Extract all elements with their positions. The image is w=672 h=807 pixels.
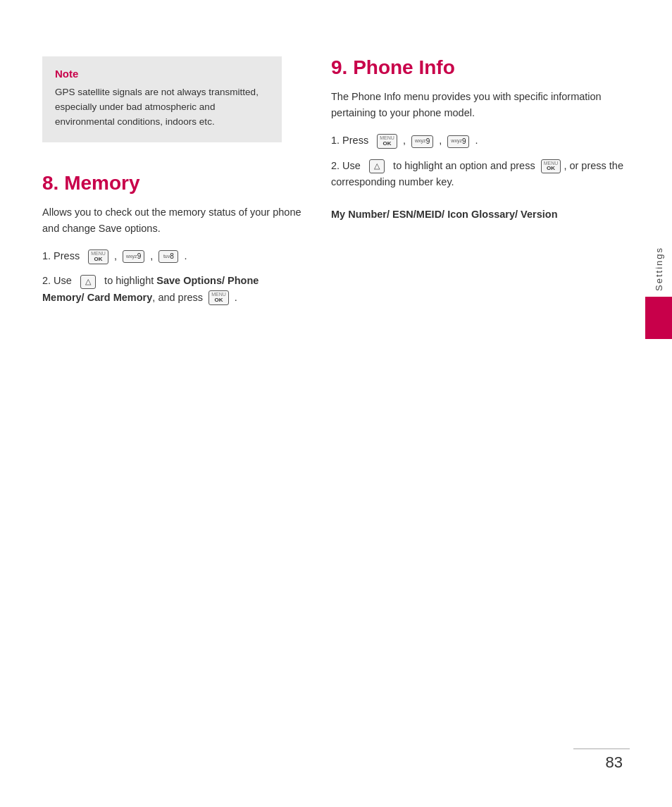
note-text: GPS satellite signals are not always tra…: [55, 85, 269, 130]
settings-bar: [645, 297, 672, 339]
menu-ok-btn-2: MENU OK: [209, 290, 229, 304]
nav-icon-1: △: [80, 275, 96, 289]
phone-info-step2: 2. Use △ to highlight an option and pres…: [331, 158, 630, 223]
left-column: Note GPS satellite signals are not alway…: [42, 56, 303, 314]
note-title: Note: [55, 68, 269, 80]
memory-body: Allows you to check out the memory statu…: [42, 204, 303, 237]
key-8tuv: tuv 8: [158, 250, 178, 263]
phone-info-body: The Phone Info menu provides you with sp…: [331, 89, 630, 121]
menu-ok-btn-3: MENU OK: [377, 134, 397, 148]
settings-label: Settings: [654, 247, 664, 291]
right-column: 9. Phone Info The Phone Info menu provid…: [331, 56, 630, 314]
key-9wxyz-3: wxyz 9: [447, 135, 469, 148]
phone-info-step2-prefix: 2. Use: [331, 160, 361, 171]
phone-info-section: 9. Phone Info The Phone Info menu provid…: [331, 56, 630, 223]
menu-ok-btn-1: MENU OK: [88, 250, 108, 264]
phone-info-bold-options: My Number/ ESN/MEID/ Icon Glossary/ Vers…: [331, 209, 558, 220]
phone-info-heading: 9. Phone Info: [331, 56, 630, 79]
page-number: 83: [606, 753, 623, 772]
phone-info-step1: 1. Press MENU OK , wxyz 9 , wxyz 9: [331, 133, 630, 149]
memory-step1-prefix: 1. Press: [42, 250, 80, 261]
memory-step1: 1. Press MENU OK , wxyz 9 , tuv 8: [42, 248, 303, 264]
menu-ok-btn-4: MENU OK: [541, 159, 561, 173]
memory-step2-prefix: 2. Use: [42, 275, 72, 286]
nav-icon-2: △: [369, 159, 385, 173]
phone-info-step1-prefix: 1. Press: [331, 135, 368, 146]
memory-step2: 2. Use △ to highlight Save Options/ Phon…: [42, 273, 303, 305]
key-9wxyz-2: wxyz 9: [411, 135, 433, 148]
settings-sidebar: Settings: [645, 247, 672, 339]
page-line: [573, 749, 630, 750]
key-9wxyz-1: wxyz 9: [123, 250, 144, 263]
memory-section: 8. Memory Allows you to check out the me…: [42, 172, 303, 306]
memory-heading: 8. Memory: [42, 172, 303, 195]
note-box: Note GPS satellite signals are not alway…: [42, 56, 282, 142]
